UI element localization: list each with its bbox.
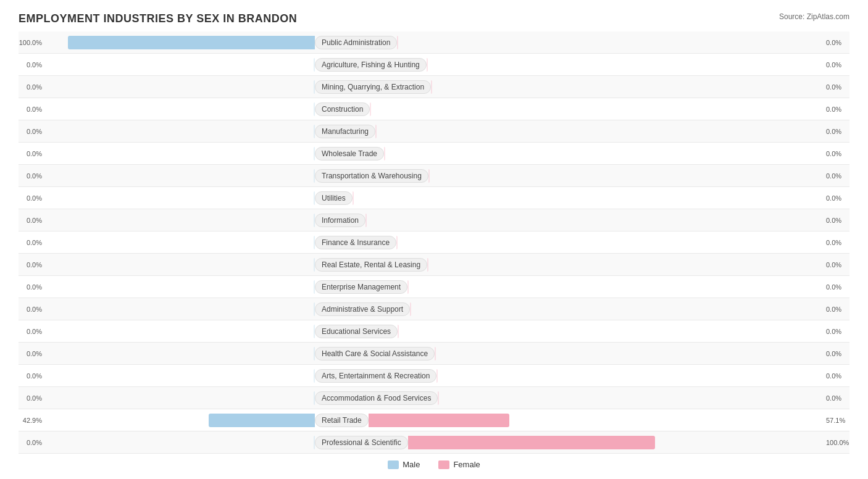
left-section: 0.0%: [19, 102, 315, 116]
left-section: 0.0%: [19, 125, 315, 138]
male-pct: 0.0%: [19, 261, 42, 269]
left-section: 0.0%: [19, 214, 315, 227]
female-bar-container: [397, 36, 822, 49]
male-pct: 0.0%: [19, 394, 42, 402]
female-bar-container: [407, 280, 822, 294]
female-pct: 0.0%: [826, 61, 849, 69]
bar-row: 0.0% Transportation & Warehousing 0.0%: [19, 165, 849, 187]
bar-row: 0.0% Agriculture, Fishing & Hunting 0.0%: [19, 54, 849, 76]
male-bar-container: [46, 169, 315, 183]
female-bar: [438, 391, 439, 405]
bar-row: 0.0% Information 0.0%: [19, 209, 849, 231]
male-bar-container: [46, 436, 315, 449]
female-pct: 0.0%: [826, 106, 849, 113]
male-pct: 0.0%: [19, 61, 42, 69]
male-bar-container: [46, 191, 315, 205]
female-bar-container: [431, 80, 822, 94]
female-pct: 0.0%: [826, 283, 849, 291]
female-bar: [353, 191, 354, 205]
right-section: 100.0%: [408, 436, 849, 449]
industry-label: Finance & Insurance: [315, 236, 396, 249]
female-bar-container: [408, 436, 822, 449]
male-pct: 0.0%: [19, 328, 42, 335]
left-section: 100.0%: [19, 36, 315, 49]
industry-label: Wholesale Trade: [315, 147, 384, 160]
male-bar: [68, 36, 315, 49]
right-section: 0.0%: [407, 280, 849, 294]
bar-row: 42.9% Retail Trade 57.1%: [19, 409, 849, 431]
female-bar: [396, 236, 398, 249]
right-section: 0.0%: [397, 36, 849, 49]
male-pct: 0.0%: [19, 372, 42, 380]
female-bar: [375, 125, 377, 138]
female-bar-container: [435, 347, 822, 360]
female-pct: 0.0%: [826, 239, 849, 246]
male-bar-container: [46, 125, 315, 138]
industry-label: Mining, Quarrying, & Extraction: [315, 80, 431, 94]
male-bar-container: [46, 280, 315, 294]
bar-row: 0.0% Arts, Entertainment & Recreation 0.…: [19, 365, 849, 387]
female-pct: 0.0%: [826, 306, 849, 313]
female-pct: 0.0%: [826, 128, 849, 135]
legend-male-label: Male: [403, 460, 420, 469]
bar-row: 0.0% Professional & Scientific 100.0%: [19, 431, 849, 454]
industry-label: Public Administration: [315, 36, 397, 49]
female-bar-container: [428, 169, 822, 183]
female-bar-container: [427, 258, 822, 272]
right-section: 0.0%: [370, 102, 849, 116]
female-bar: [398, 325, 399, 338]
bar-row: 0.0% Wholesale Trade 0.0%: [19, 143, 849, 165]
bar-row: 0.0% Administrative & Support 0.0%: [19, 298, 849, 320]
female-bar: [365, 214, 367, 227]
male-pct: 100.0%: [19, 39, 42, 46]
right-section: 0.0%: [431, 80, 849, 94]
bar-row: 0.0% Mining, Quarrying, & Extraction 0.0…: [19, 76, 849, 98]
female-bar: [427, 258, 428, 272]
industry-label: Real Estate, Rental & Leasing: [315, 258, 427, 272]
male-pct: 0.0%: [19, 194, 42, 202]
male-bar-container: [46, 214, 315, 227]
female-pct: 0.0%: [826, 217, 849, 224]
industry-label: Manufacturing: [315, 125, 375, 138]
chart-title: EMPLOYMENT INDUSTRIES BY SEX IN BRANDON: [19, 12, 297, 25]
female-pct: 0.0%: [826, 372, 849, 380]
right-section: 0.0%: [427, 58, 849, 72]
legend-female-label: Female: [453, 460, 480, 469]
female-pct: 0.0%: [826, 350, 849, 357]
left-section: 0.0%: [19, 147, 315, 160]
left-section: 0.0%: [19, 347, 315, 360]
male-bar-container: [46, 325, 315, 338]
female-bar: [384, 147, 385, 160]
legend: Male Female: [19, 460, 849, 469]
female-bar: [410, 302, 411, 316]
female-bar: [397, 36, 398, 49]
female-bar: [427, 58, 428, 72]
female-bar-container: [384, 147, 822, 160]
male-pct: 0.0%: [19, 239, 42, 246]
female-bar: [436, 369, 438, 383]
male-pct: 0.0%: [19, 106, 42, 113]
female-pct: 0.0%: [826, 172, 849, 180]
right-section: 0.0%: [410, 302, 849, 316]
bar-row: 0.0% Educational Services 0.0%: [19, 320, 849, 343]
bar-row: 0.0% Health Care & Social Assistance 0.0…: [19, 343, 849, 365]
legend-female-box: [438, 460, 449, 469]
male-pct: 0.0%: [19, 172, 42, 180]
female-bar: [370, 102, 371, 116]
industry-label: Health Care & Social Assistance: [315, 347, 435, 360]
right-section: 0.0%: [427, 258, 849, 272]
industry-label: Enterprise Management: [315, 280, 407, 294]
male-pct: 0.0%: [19, 439, 42, 446]
industry-label: Professional & Scientific: [315, 436, 408, 449]
female-bar-container: [398, 325, 822, 338]
male-bar-container: [46, 36, 315, 49]
female-bar: [431, 80, 432, 94]
right-section: 0.0%: [436, 369, 849, 383]
male-bar-container: [46, 302, 315, 316]
industry-label: Administrative & Support: [315, 302, 410, 316]
left-section: 0.0%: [19, 369, 315, 383]
left-section: 0.0%: [19, 280, 315, 294]
female-bar: [369, 414, 509, 427]
female-pct: 0.0%: [826, 328, 849, 335]
female-bar-container: [365, 214, 822, 227]
